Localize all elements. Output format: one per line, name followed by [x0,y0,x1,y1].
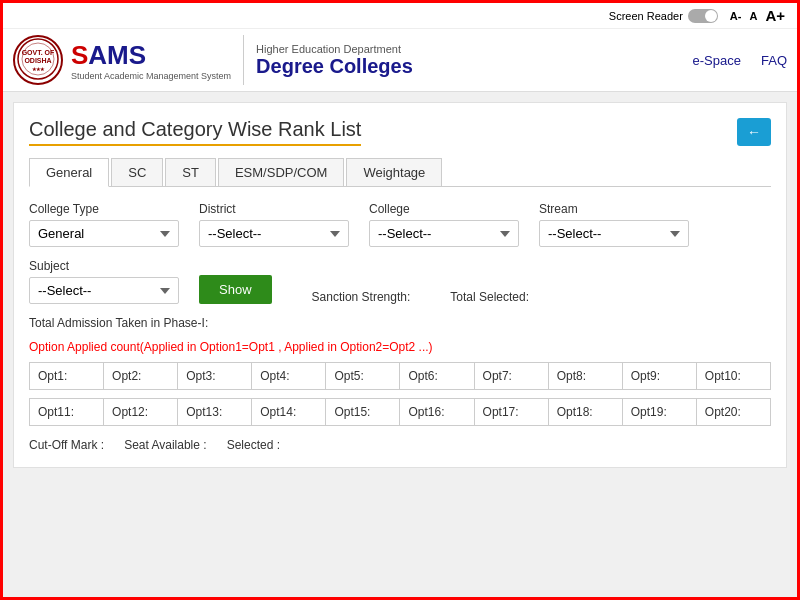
tab-esm[interactable]: ESM/SDP/COM [218,158,344,186]
opt13-label: Opt13: [186,405,222,419]
district-select[interactable]: --Select-- [199,220,349,247]
page-title: College and Category Wise Rank List [29,118,361,146]
stream-group: Stream --Select-- [539,202,689,247]
nav-faq[interactable]: FAQ [761,53,787,68]
header-nav: e-Space FAQ [693,53,787,68]
font-controls: A- A A+ [728,7,787,24]
header-divider [243,35,244,85]
opt6-cell: Opt6: [400,363,474,390]
dept-title: Higher Education Department [256,43,692,55]
sams-s: S [71,40,88,71]
show-button[interactable]: Show [199,275,272,304]
total-selected-area: Total Selected: [450,289,529,304]
subject-group: Subject --Select-- [29,259,179,304]
opt14-cell: Opt14: [252,399,326,426]
tab-general[interactable]: General [29,158,109,187]
opt4-cell: Opt4: [252,363,326,390]
nav-espace[interactable]: e-Space [693,53,741,68]
total-admission-label: Total Admission Taken in Phase-I: [29,316,208,330]
opt7-cell: Opt7: [474,363,548,390]
subject-label: Subject [29,259,179,273]
screen-reader-toggle[interactable] [688,9,718,23]
opt19-cell: Opt19: [622,399,696,426]
college-select[interactable]: --Select-- [369,220,519,247]
opt20-cell: Opt20: [696,399,770,426]
back-button[interactable]: ← [737,118,771,146]
college-type-label: College Type [29,202,179,216]
options-table-row1: Opt1: Opt2: Opt3: Opt4: Opt5: Opt6: Opt7… [29,362,771,390]
opt8-label: Opt8: [557,369,586,383]
opt5-cell: Opt5: [326,363,400,390]
stats-area: Sanction Strength: Total Selected: [312,289,771,304]
opt17-cell: Opt17: [474,399,548,426]
font-decrease-button[interactable]: A- [728,10,744,22]
selected-label: Selected : [227,438,280,452]
form-row-2: Subject --Select-- Show Sanction Strengt… [29,259,771,304]
opt9-cell: Opt9: [622,363,696,390]
opt6-label: Opt6: [408,369,437,383]
opt15-label: Opt15: [334,405,370,419]
opt2-cell: Opt2: [104,363,178,390]
dept-subtitle: Degree Colleges [256,55,692,78]
opt1-label: Opt1: [38,369,67,383]
college-label: College [369,202,519,216]
opt17-label: Opt17: [483,405,519,419]
svg-text:ODISHA: ODISHA [24,57,51,64]
opt20-label: Opt20: [705,405,741,419]
opt10-label: Opt10: [705,369,741,383]
opt4-label: Opt4: [260,369,289,383]
cutoff-label: Cut-Off Mark : [29,438,104,452]
opt11-cell: Opt11: [30,399,104,426]
district-label: District [199,202,349,216]
stream-select[interactable]: --Select-- [539,220,689,247]
svg-text:★★★: ★★★ [32,66,45,72]
font-normal-button[interactable]: A [747,10,759,22]
logo-circle: GOVT. OF ODISHA ★★★ [13,35,63,85]
total-selected-label: Total Selected: [450,290,529,304]
options-row-2: Opt11: Opt12: Opt13: Opt14: Opt15: Opt16… [30,399,771,426]
opt8-cell: Opt8: [548,363,622,390]
opt13-cell: Opt13: [178,399,252,426]
opt18-cell: Opt18: [548,399,622,426]
opt1-cell: Opt1: [30,363,104,390]
opt16-cell: Opt16: [400,399,474,426]
stream-label: Stream [539,202,689,216]
font-increase-button[interactable]: A+ [763,7,787,24]
header-main: GOVT. OF ODISHA ★★★ S AMS Student Academ… [3,29,797,91]
sams-brand-area: S AMS Student Academic Management System [71,40,231,81]
opt7-label: Opt7: [483,369,512,383]
tabs-container: General SC ST ESM/SDP/COM Weightage [29,158,771,187]
total-admission-area: Total Admission Taken in Phase-I: [29,316,771,330]
form-row-1: College Type General Private Government … [29,202,771,247]
college-type-select[interactable]: General Private Government [29,220,179,247]
opt3-label: Opt3: [186,369,215,383]
subject-select[interactable]: --Select-- [29,277,179,304]
sams-ams: AMS [88,40,146,71]
screen-reader-area: Screen Reader [609,9,718,23]
tab-weightage[interactable]: Weightage [346,158,442,186]
opt14-label: Opt14: [260,405,296,419]
tab-sc[interactable]: SC [111,158,163,186]
opt16-label: Opt16: [408,405,444,419]
college-type-group: College Type General Private Government [29,202,179,247]
tab-st[interactable]: ST [165,158,216,186]
bottom-row: Cut-Off Mark : Seat Available : Selected… [29,434,771,452]
sams-subtitle: Student Academic Management System [71,71,231,81]
sams-logo-text: S AMS [71,40,231,71]
svg-text:GOVT. OF: GOVT. OF [22,49,55,56]
opt15-cell: Opt15: [326,399,400,426]
opt19-label: Opt19: [631,405,667,419]
header-top-bar: Screen Reader A- A A+ [3,3,797,29]
opt12-cell: Opt12: [104,399,178,426]
logo-area: GOVT. OF ODISHA ★★★ S AMS Student Academ… [13,35,231,85]
opt18-label: Opt18: [557,405,593,419]
screen-reader-label: Screen Reader [609,10,683,22]
page-title-area: College and Category Wise Rank List ← [29,118,771,146]
options-table-row2: Opt11: Opt12: Opt13: Opt14: Opt15: Opt16… [29,398,771,426]
opt9-label: Opt9: [631,369,660,383]
seat-available-label: Seat Available : [124,438,207,452]
option-count-info: Option Applied count(Applied in Option1=… [29,340,771,354]
sanction-strength-area: Sanction Strength: [312,289,411,304]
college-group: College --Select-- [369,202,519,247]
opt5-label: Opt5: [334,369,363,383]
